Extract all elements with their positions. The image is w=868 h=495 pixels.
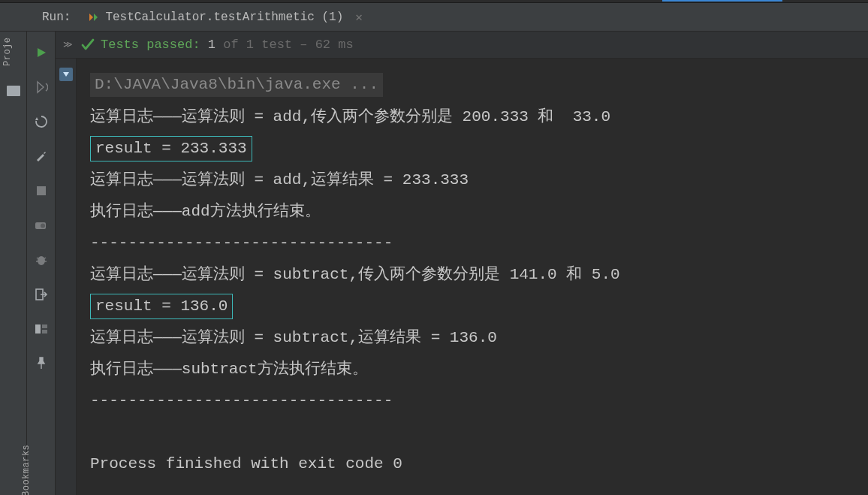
layout-button[interactable] xyxy=(34,321,49,337)
console-separator: -------------------------------- xyxy=(90,385,854,417)
run-tab-bar: Run: TestCalculator.testArithmetic (1) ✕ xyxy=(0,3,868,32)
run-toolbar xyxy=(27,32,56,495)
test-status-bar: ≫ Tests passed: 1 of 1 test – 62 ms xyxy=(56,32,868,59)
file-icon xyxy=(7,86,20,96)
svg-marker-0 xyxy=(89,14,93,21)
console-blank xyxy=(90,417,854,448)
svg-marker-3 xyxy=(35,117,38,120)
command-line: D:\JAVA\Java8\bin\java.exe ... xyxy=(90,73,383,97)
svg-marker-1 xyxy=(94,14,98,21)
run-label: Run: xyxy=(42,11,71,24)
console-line: 运算日志———运算法则 = add,传入两个参数分别是 200.333 和 33… xyxy=(90,101,854,133)
svg-marker-16 xyxy=(63,72,69,77)
run-tab[interactable]: TestCalculator.testArithmetic (1) ✕ xyxy=(87,10,363,25)
svg-rect-15 xyxy=(42,330,47,334)
svg-marker-2 xyxy=(38,48,46,57)
console-output[interactable]: D:\JAVA\Java8\bin\java.exe ... 运算日志———运算… xyxy=(77,59,868,495)
svg-point-7 xyxy=(38,256,45,265)
test-status-text: Tests passed: 1 of 1 test – 62 ms xyxy=(101,38,354,52)
console-line: 运算日志———运算法则 = subtract,运算结果 = 136.0 xyxy=(90,322,854,354)
toggle-auto-test-button[interactable] xyxy=(34,114,49,129)
svg-rect-4 xyxy=(37,186,46,195)
close-icon[interactable]: ✕ xyxy=(355,10,363,25)
rerun-failed-button[interactable] xyxy=(34,80,49,95)
rerun-button[interactable] xyxy=(34,45,49,60)
console-line: 执行日志———subtract方法执行结束。 xyxy=(90,354,854,385)
dump-threads-button[interactable] xyxy=(34,218,49,233)
svg-point-6 xyxy=(41,224,45,228)
console-line: 运算日志———运算法则 = subtract,传入两个参数分别是 141.0 和… xyxy=(90,259,854,291)
stop-button[interactable] xyxy=(34,183,49,198)
console-line: 运算日志———运算法则 = add,运算结果 = 233.333 xyxy=(90,164,854,196)
console-exit-line: Process finished with exit code 0 xyxy=(90,448,854,480)
console-result-2: result = 136.0 xyxy=(90,294,233,319)
expand-results-icon[interactable]: ≫ xyxy=(63,39,77,50)
console-result-1: result = 233.333 xyxy=(90,136,252,161)
projects-tool-label[interactable]: Proje xyxy=(2,37,13,66)
console-line: 执行日志———add方法执行结束。 xyxy=(90,196,854,228)
debug-button[interactable] xyxy=(34,252,49,267)
pin-button[interactable] xyxy=(34,356,49,371)
fold-gutter xyxy=(56,59,77,495)
console-separator: -------------------------------- xyxy=(90,228,854,259)
left-tool-strip: Proje Bookmarks xyxy=(0,32,27,495)
bookmarks-tool-label[interactable]: Bookmarks xyxy=(21,445,32,495)
svg-rect-14 xyxy=(42,324,47,328)
svg-rect-13 xyxy=(35,324,41,334)
settings-button[interactable] xyxy=(34,149,49,164)
run-tab-title: TestCalculator.testArithmetic (1) xyxy=(105,11,343,24)
tests-passed-icon xyxy=(81,38,101,52)
test-config-icon xyxy=(87,11,99,23)
exit-button[interactable] xyxy=(34,287,49,302)
fold-toggle[interactable] xyxy=(59,68,73,81)
